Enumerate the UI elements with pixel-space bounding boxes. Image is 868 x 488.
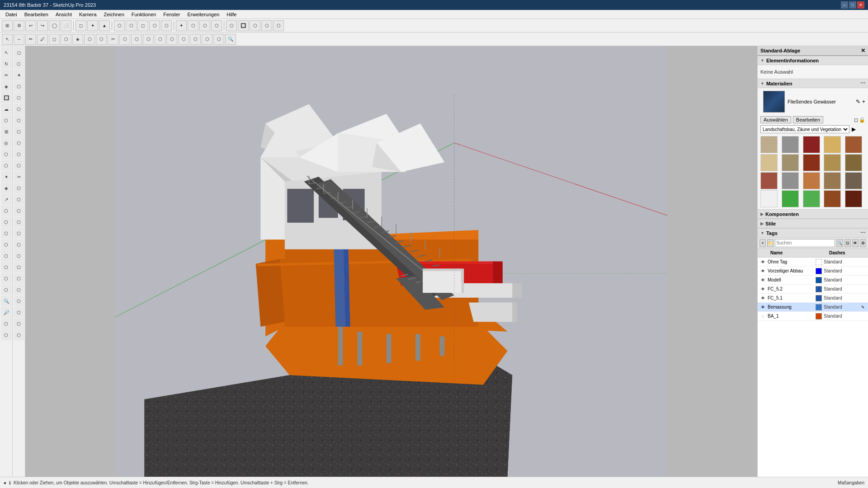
left-toolbar2-btn-13[interactable]: ⬡	[14, 194, 24, 205]
toolbar1-btn-20[interactable]: ⬡	[250, 20, 260, 31]
left-toolbar2-btn-12[interactable]: ⬡	[14, 183, 24, 193]
mat-icon-2[interactable]: 🔒	[859, 117, 865, 123]
tag-row-1[interactable]: 👁Vorzeitiger AbbauStandard✎	[758, 267, 868, 276]
minimize-button[interactable]: ─	[841, 1, 848, 9]
left-toolbar-btn-19[interactable]: ⬡	[1, 262, 12, 272]
left-toolbar2-btn-20[interactable]: ⬡	[14, 273, 24, 284]
tags-filter-icon[interactable]: ⊡	[844, 239, 851, 247]
toolbar2-btn-15[interactable]: ⬡	[178, 34, 189, 45]
left-toolbar-btn-24[interactable]: ⬡	[1, 318, 12, 329]
materials-header[interactable]: ▼ Materialien ⋯	[758, 79, 868, 88]
toolbar2-btn-14[interactable]: ⬡	[166, 34, 177, 45]
material-cell-0[interactable]	[760, 136, 778, 153]
left-toolbar2-btn-21[interactable]: ⬡	[14, 284, 24, 295]
toolbar2-btn-2[interactable]: ✏	[25, 34, 36, 45]
toolbar2-btn-12[interactable]: ⬡	[143, 34, 154, 45]
tag-eye-6[interactable]: ○	[760, 313, 766, 319]
toolbar1-btn-19[interactable]: 🔲	[238, 20, 249, 31]
left-toolbar-btn-6[interactable]: ⬡	[1, 115, 12, 126]
panel-close-button[interactable]: ✕	[861, 47, 865, 54]
left-toolbar-btn-1[interactable]: ↻	[1, 58, 12, 69]
material-cell-6[interactable]	[782, 154, 799, 171]
left-toolbar2-btn-14[interactable]: ⬡	[14, 205, 24, 216]
left-toolbar-btn-8[interactable]: ◎	[1, 137, 12, 148]
toolbar1-btn-11[interactable]: ◻	[137, 20, 148, 31]
toolbar2-btn-5[interactable]: ⬡	[61, 34, 71, 45]
toolbar2-btn-10[interactable]: ⬡	[119, 34, 130, 45]
toolbar1-btn-22[interactable]: ⬡	[273, 20, 284, 31]
tag-eye-1[interactable]: 👁	[760, 268, 766, 274]
menu-item-bearbeiten[interactable]: Bearbeiten	[21, 11, 52, 18]
toolbar2-btn-8[interactable]: ⬡	[96, 34, 107, 45]
material-cell-19[interactable]	[845, 190, 862, 207]
tags-search-input[interactable]	[775, 239, 835, 247]
material-edit-icon[interactable]: ✎	[856, 99, 860, 105]
material-select-tab[interactable]: Auswählen	[760, 116, 791, 123]
left-toolbar-btn-23[interactable]: 🔎	[1, 307, 12, 318]
material-cell-5[interactable]	[760, 154, 778, 171]
toolbar2-btn-7[interactable]: ⬡	[84, 34, 95, 45]
left-toolbar-btn-21[interactable]: ⬡	[1, 284, 12, 295]
left-toolbar2-btn-9[interactable]: ⬡	[14, 149, 24, 160]
toolbar1-btn-15[interactable]: ⬡	[188, 20, 198, 31]
left-toolbar2-btn-5[interactable]: ⬡	[14, 103, 24, 114]
left-toolbar2-btn-8[interactable]: ⬡	[14, 137, 24, 148]
tag-color-3[interactable]	[816, 286, 822, 292]
toolbar1-btn-8[interactable]: ▲	[99, 20, 110, 31]
tag-row-5[interactable]: 👁BemassungStandard✎	[758, 303, 868, 312]
left-toolbar2-btn-3[interactable]: ⬡	[14, 81, 24, 92]
toolbar2-btn-18[interactable]: ⬡	[213, 34, 224, 45]
toolbar2-btn-13[interactable]: ⬡	[155, 34, 165, 45]
tag-row-3[interactable]: 👁FC_5.2Standard✎	[758, 285, 868, 294]
tags-folder-button[interactable]: 📁	[767, 239, 774, 247]
left-toolbar2-btn-16[interactable]: ⬡	[14, 228, 24, 239]
toolbar2-btn-1[interactable]: ↔	[14, 34, 24, 45]
left-toolbar2-btn-10[interactable]: ⬡	[14, 160, 24, 171]
material-cell-9[interactable]	[845, 154, 862, 171]
tags-search-icon[interactable]: 🔍	[836, 239, 843, 247]
material-cell-10[interactable]	[760, 172, 778, 189]
toolbar1-btn-4[interactable]: ◯	[49, 20, 60, 31]
material-category-select[interactable]: Landschaftsbau, Zäune und Vegetation	[760, 125, 849, 133]
tag-eye-4[interactable]: 👁	[760, 295, 766, 301]
material-cell-13[interactable]	[824, 172, 841, 189]
toolbar2-btn-3[interactable]: 🖊	[37, 34, 48, 45]
material-cell-1[interactable]	[782, 136, 799, 153]
left-toolbar2-btn-17[interactable]: ⬡	[14, 239, 24, 250]
element-info-header[interactable]: ▼ Elementinformationen	[758, 56, 868, 65]
left-toolbar-btn-17[interactable]: ⬡	[1, 239, 12, 250]
toolbar1-btn-21[interactable]: ⬡	[261, 20, 272, 31]
toolbar2-btn-16[interactable]: ⬡	[190, 34, 201, 45]
left-toolbar2-btn-25[interactable]: ⬡	[14, 329, 24, 340]
toolbar1-btn-13[interactable]: ⬡	[161, 20, 172, 31]
menu-item-hilfe[interactable]: Hilfe	[223, 11, 240, 18]
material-cell-4[interactable]	[845, 136, 862, 153]
material-cell-8[interactable]	[824, 154, 841, 171]
menu-item-ansicht[interactable]: Ansicht	[52, 11, 75, 18]
left-toolbar2-btn-2[interactable]: ✦	[14, 70, 24, 80]
left-toolbar2-btn-19[interactable]: ⬡	[14, 262, 24, 272]
left-toolbar-btn-18[interactable]: ⬡	[1, 250, 12, 261]
toolbar1-btn-14[interactable]: ✦	[176, 20, 187, 31]
toolbar1-btn-17[interactable]: ⬡	[211, 20, 222, 31]
left-toolbar-btn-4[interactable]: 🔲	[1, 92, 12, 103]
tag-color-5[interactable]	[816, 304, 822, 310]
tag-eye-2[interactable]: 👁	[760, 277, 766, 283]
left-toolbar2-btn-11[interactable]: ✂	[14, 171, 24, 182]
material-cell-12[interactable]	[803, 172, 820, 189]
menu-item-datei[interactable]: Datei	[2, 11, 21, 18]
toolbar1-btn-6[interactable]: ◻	[75, 20, 86, 31]
left-toolbar-btn-12[interactable]: ◈	[1, 183, 12, 193]
left-toolbar2-btn-22[interactable]: ⬡	[14, 296, 24, 306]
tag-color-2[interactable]	[816, 277, 822, 283]
material-cell-18[interactable]	[824, 190, 841, 207]
left-toolbar2-btn-18[interactable]: ⬡	[14, 250, 24, 261]
left-toolbar-btn-16[interactable]: ⬡	[1, 228, 12, 239]
toolbar2-btn-19[interactable]: 🔍	[225, 34, 236, 45]
tag-row-6[interactable]: ○BA_1Standard✎	[758, 312, 868, 321]
toolbar1-btn-7[interactable]: ✦	[87, 20, 98, 31]
menu-item-funktionen[interactable]: Funktionen	[128, 11, 160, 18]
left-toolbar2-btn-0[interactable]: ◻	[14, 47, 24, 58]
toolbar2-btn-0[interactable]: ↖	[2, 34, 13, 45]
viewport[interactable]	[25, 46, 757, 477]
